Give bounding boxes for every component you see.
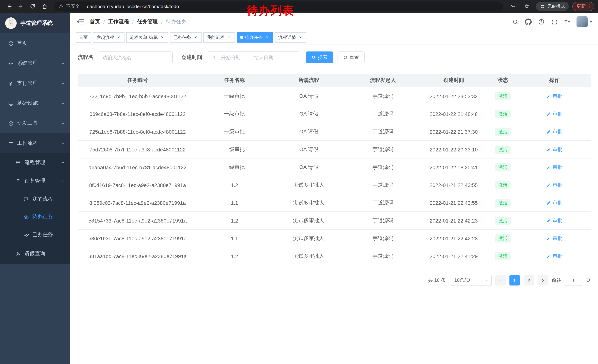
approve-label: 审批 [553,253,562,259]
browser-home-button[interactable] [39,1,50,11]
sidebar-item-label: 任务管理 [25,178,45,184]
reset-button[interactable]: 重置 [338,51,365,63]
status-badge: 激活 [495,163,511,171]
goto-page-input[interactable] [565,275,582,286]
github-icon[interactable] [525,18,532,25]
url-text[interactable]: dashboard.yudao.iocoder.cn/bpm/task/todo [87,4,179,9]
svg-text:T: T [568,21,570,24]
sidebar-item-system[interactable]: 系统管理 [0,53,70,73]
tab-start-process[interactable]: 发起流程× [93,32,125,43]
table-body: 73211d9d-7b9b-11ec-b5b7-acde48001122 一级审… [78,87,590,265]
tab-my-process[interactable]: 我的流程× [203,32,235,43]
page-1-button[interactable]: 1 [509,275,520,285]
tab-form-edit[interactable]: 流程表单-编辑× [126,32,168,43]
sidebar-fold-icon[interactable] [75,17,85,27]
tab-done-task[interactable]: 已办任务× [170,32,201,43]
close-icon[interactable]: × [116,35,121,40]
approve-link[interactable]: 审批 [547,217,562,224]
close-icon[interactable]: × [193,35,198,40]
main-area: 首页 / 工作流程 / 任务管理 / 待办任务 TT [70,13,598,364]
approve-link[interactable]: 审批 [547,111,562,117]
cell-task-name: 一级审批 [197,87,272,105]
close-icon[interactable]: × [226,35,232,40]
browser-toolbar: 不安全 dashboard.yudao.iocoder.cn/bpm/task/… [0,0,598,13]
approve-link[interactable]: 审批 [547,182,562,188]
tab-label: 流程表单-编辑 [130,34,158,40]
close-icon[interactable]: × [298,35,303,40]
page-2-button[interactable]: 2 [523,275,534,285]
fullscreen-icon[interactable] [551,18,558,25]
sidebar-item-done-task[interactable]: 已办任务 [0,226,70,244]
cell-status: 激活 [488,176,518,194]
cell-actions: 审批 [518,123,590,140]
approve-link[interactable]: 审批 [547,199,562,206]
end-date-input[interactable] [249,54,278,61]
sidebar-item-home[interactable]: 首页 [0,33,70,53]
update-browser-button[interactable]: 更新 [573,2,594,11]
search-icon[interactable] [512,18,519,25]
page-size-select[interactable]: 10条/页 [451,275,492,286]
avatar[interactable] [576,16,588,27]
cell-actions: 审批 [518,105,590,123]
tab-process-detail[interactable]: 流程详情× [275,32,307,43]
edit-icon [547,254,551,258]
sidebar-item-task-mgmt[interactable]: 任务管理 [0,172,70,190]
font-size-icon[interactable]: TT [564,18,571,25]
close-icon[interactable]: × [160,35,165,40]
approve-label: 审批 [553,199,562,206]
breadcrumb-workflow[interactable]: 工作流程 [108,18,129,25]
tab-label: 已办任务 [173,34,191,40]
approve-link[interactable]: 审批 [547,164,562,170]
update-label[interactable]: 更新 [576,3,586,9]
browser-back-button[interactable] [4,1,14,11]
breadcrumb-task-mgmt[interactable]: 任务管理 [137,18,158,25]
sidebar-item-my-process[interactable]: 我的流程 [0,190,70,208]
next-page-button[interactable] [538,275,548,285]
security-label[interactable]: 不安全 [66,3,80,9]
browser-reload-button[interactable] [27,1,38,11]
top-navbar: 首页 / 工作流程 / 任务管理 / 待办任务 TT [70,13,598,31]
start-date-input[interactable] [217,54,245,61]
process-name-input[interactable] [102,54,169,61]
date-range-picker[interactable]: - [207,51,299,63]
password-key-icon[interactable] [507,1,518,11]
approve-link[interactable]: 审批 [547,253,562,259]
user-menu[interactable] [576,16,593,27]
breadcrumb-home[interactable]: 首页 [90,18,100,25]
approve-link[interactable]: 审批 [547,146,562,153]
security-warning-icon[interactable] [58,4,64,9]
table-row: 75d72608-7b7f-11ec-a3c8-acde48001122 一级审… [78,140,590,158]
help-icon[interactable] [538,18,545,25]
status-badge: 激活 [495,110,511,118]
chevron-down-icon [61,61,65,65]
approve-link[interactable]: 审批 [547,93,562,99]
edit-icon [547,183,551,187]
sidebar-item-label: 待办任务 [32,214,53,220]
sidebar-item-devtools[interactable]: 研发工具 [0,113,70,133]
cell-process: OA 请假 [272,105,346,123]
close-icon[interactable]: × [265,35,270,40]
sidebar-item-infra[interactable]: 基础设施 [0,93,70,113]
cell-task-name: 一级审批 [197,123,272,140]
sidebar-item-workflow[interactable]: 工作流程 [0,133,70,153]
sidebar-item-leave-query[interactable]: 请假查询 [0,244,70,264]
approve-link[interactable]: 审批 [547,235,562,242]
approve-label: 审批 [553,217,562,224]
cell-process: 测试多审批人 [272,194,346,212]
sidebar-item-todo-task[interactable]: 待办任务 [0,208,70,226]
cell-status: 激活 [488,194,518,212]
browser-forward-button[interactable] [16,1,26,11]
search-button[interactable]: 搜索 [306,51,333,63]
process-name-field[interactable] [98,51,173,63]
sidebar-item-process-mgmt[interactable]: 流程管理 [0,153,70,172]
menu-dots-icon[interactable] [587,4,592,9]
prev-page-button[interactable] [495,275,506,285]
approve-link[interactable]: 审批 [547,128,562,135]
sidebar-item-pay[interactable]: ¥ 支付管理 [0,73,70,93]
cell-actions: 审批 [518,247,590,265]
tab-todo-task[interactable]: 待办任务× [237,32,273,43]
bookmark-star-icon[interactable] [522,1,532,11]
tab-home[interactable]: 首页 [75,32,91,43]
cell-starter: 芋道源码 [346,123,420,140]
breadcrumb-separator: / [161,19,163,25]
